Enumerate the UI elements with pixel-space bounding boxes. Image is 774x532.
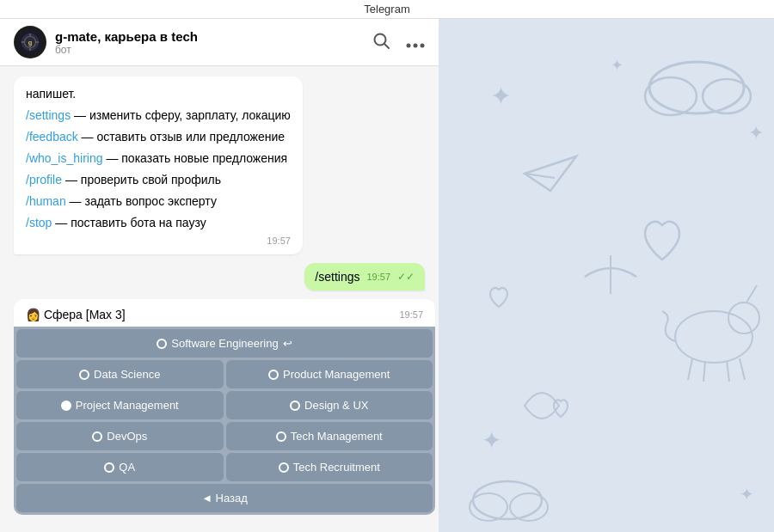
chat-header-right xyxy=(372,31,425,54)
kb-btn-tech-management[interactable]: Tech Management xyxy=(226,422,433,450)
chat-title: g-mate, карьера в tech xyxy=(55,29,198,44)
cmd-stop: /stop — поставить бота на паузу xyxy=(26,214,291,232)
bot-header-bubble: 👩 Сфера [Max 3] 19:57 xyxy=(14,299,435,327)
svg-point-15 xyxy=(703,79,751,113)
messages-area: напишет. /settings — изменить сферу, зар… xyxy=(0,66,439,532)
left-panel: g g-mate, карьера в tech бот xyxy=(0,19,439,532)
svg-point-12 xyxy=(421,43,425,47)
chat-header-left: g g-mate, карьера в tech бот xyxy=(14,26,198,58)
bot-header-timestamp: 19:57 xyxy=(399,309,423,320)
avatar-icon: g xyxy=(18,30,42,54)
bot-sphere-label: Сфера [Max 3] xyxy=(44,308,126,321)
svg-text:✦: ✦ xyxy=(740,485,754,504)
svg-line-26 xyxy=(727,361,729,382)
svg-text:✦: ✦ xyxy=(748,122,764,144)
kb-btn-data-science[interactable]: Data Science xyxy=(16,360,224,388)
svg-point-31 xyxy=(473,481,542,519)
svg-text:✦: ✦ xyxy=(490,82,512,110)
outgoing-text: /settings xyxy=(315,270,359,284)
radio-circle-pm xyxy=(268,370,279,380)
kb-row-0: Software Engineering ↩ xyxy=(16,329,433,358)
kb-extra-se: ↩ xyxy=(283,337,292,350)
svg-point-11 xyxy=(414,43,418,47)
svg-marker-19 xyxy=(525,156,576,191)
svg-line-20 xyxy=(525,174,555,178)
svg-point-14 xyxy=(645,77,697,115)
svg-text:g: g xyxy=(28,39,33,46)
radio-circle-tm xyxy=(276,431,286,442)
bot-section: 👩 Сфера [Max 3] 19:57 Software Engineeri… xyxy=(14,299,435,515)
chat-container: g g-mate, карьера в tech бот xyxy=(0,19,774,532)
search-icon xyxy=(372,31,390,50)
svg-line-27 xyxy=(740,358,745,380)
svg-point-10 xyxy=(407,43,411,47)
chat-title-block: g-mate, карьера в tech бот xyxy=(55,29,198,56)
app-title: Telegram xyxy=(364,3,409,15)
kb-btn-software-engineering[interactable]: Software Engineering ↩ xyxy=(16,329,433,358)
cmd-who-is-hiring: /who_is_hiring — показать новые предложе… xyxy=(26,150,291,168)
svg-text:✦: ✦ xyxy=(482,427,501,454)
inline-keyboard: Software Engineering ↩ Data Science Prod… xyxy=(14,327,435,515)
kb-label-tr: Tech Recruitment xyxy=(293,461,380,474)
kb-label-ux: Design & UX xyxy=(304,399,368,412)
check-marks: ✓✓ xyxy=(397,271,415,283)
svg-point-13 xyxy=(649,62,744,113)
radio-circle-ux xyxy=(290,401,300,411)
cmd-profile: /profile — проверить свой профиль xyxy=(26,171,291,189)
kb-btn-devops[interactable]: DevOps xyxy=(16,422,224,450)
kb-label-tm: Tech Management xyxy=(291,430,383,443)
kb-btn-project-management[interactable]: Project Management xyxy=(16,391,224,419)
chat-header: g g-mate, карьера в tech бот xyxy=(0,19,439,66)
radio-circle-tr xyxy=(279,462,289,473)
kb-btn-back[interactable]: ◄ Назад xyxy=(16,484,433,512)
cmd-settings: /settings — изменить сферу, зарплату, ло… xyxy=(26,107,291,125)
commands-bubble: напишет. /settings — изменить сферу, зар… xyxy=(14,76,303,254)
svg-point-21 xyxy=(675,311,752,363)
radio-circle-devops xyxy=(92,431,102,442)
kb-label-back: ◄ Назад xyxy=(201,492,248,504)
bubble-top-text: напишет. xyxy=(26,85,291,103)
kb-row-1: Data Science Product Management xyxy=(16,360,433,388)
top-bar: Telegram xyxy=(0,0,774,19)
outgoing-bubble: /settings 19:57 ✓✓ xyxy=(304,263,425,290)
svg-line-25 xyxy=(703,361,705,382)
kb-btn-tech-recruitment[interactable]: Tech Recruitment xyxy=(226,453,433,481)
kb-label-qa: QA xyxy=(119,461,135,474)
radio-filled-projm xyxy=(61,401,71,411)
avatar: g xyxy=(14,26,46,58)
kb-label-projm: Project Management xyxy=(76,399,179,412)
cmd-feedback: /feedback — оставить отзыв или предложен… xyxy=(26,128,291,146)
svg-line-23 xyxy=(746,285,757,303)
cmd-human: /human — задать вопрос эксперту xyxy=(26,193,291,211)
kb-btn-qa[interactable]: QA xyxy=(16,453,224,481)
bot-emoji: 👩 xyxy=(26,308,40,321)
kb-label-ds: Data Science xyxy=(94,368,160,381)
svg-text:✦: ✦ xyxy=(611,57,624,74)
more-menu-button[interactable] xyxy=(406,33,425,52)
kb-label-se: Software Engineering xyxy=(171,337,278,350)
bot-header-text: 👩 Сфера [Max 3] xyxy=(26,308,126,321)
radio-circle-ds xyxy=(79,370,89,380)
kb-label-devops: DevOps xyxy=(107,430,147,443)
svg-line-9 xyxy=(384,44,389,48)
kb-row-5: ◄ Назад xyxy=(16,484,433,512)
bg-doodles: ✦ ✦ ✦ ✦ ✦ xyxy=(439,19,774,532)
kb-row-4: QA Tech Recruitment xyxy=(16,453,433,481)
bubble-timestamp: 19:57 xyxy=(26,235,291,246)
kb-row-3: DevOps Tech Management xyxy=(16,422,433,450)
chat-subtitle: бот xyxy=(55,44,198,56)
kb-btn-design-ux[interactable]: Design & UX xyxy=(226,391,433,419)
right-panel: ✦ ✦ ✦ ✦ ✦ xyxy=(439,19,774,532)
outgoing-timestamp: 19:57 xyxy=(366,272,390,282)
svg-point-32 xyxy=(470,493,507,521)
svg-point-22 xyxy=(728,303,759,333)
kb-label-pm: Product Management xyxy=(283,368,390,381)
kb-row-2: Project Management Design & UX xyxy=(16,391,433,419)
radio-circle-se xyxy=(157,339,167,349)
svg-point-33 xyxy=(510,493,548,521)
radio-circle-qa xyxy=(104,462,114,473)
search-button[interactable] xyxy=(372,31,390,54)
kb-btn-product-management[interactable]: Product Management xyxy=(226,360,433,388)
svg-line-24 xyxy=(688,358,692,380)
more-icon xyxy=(406,43,425,48)
